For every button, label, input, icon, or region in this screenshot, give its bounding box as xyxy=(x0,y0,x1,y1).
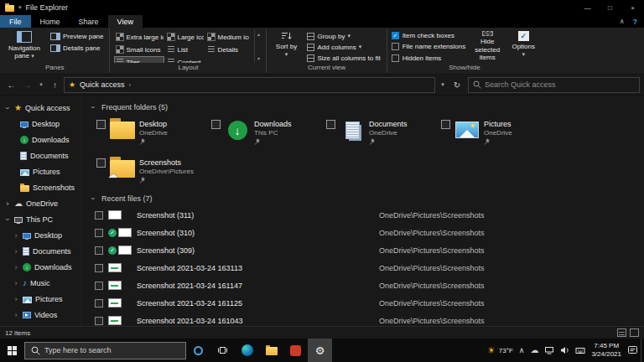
search-input[interactable] xyxy=(485,80,635,89)
tile-screenshots[interactable]: ☁ Screenshots OneDrive\Pictures xyxy=(95,153,210,192)
show-desktop-button[interactable] xyxy=(641,339,644,362)
tile-desktop[interactable]: Desktop OneDrive xyxy=(95,115,210,153)
help-icon[interactable]: ? xyxy=(633,18,638,26)
navigation-pane-button[interactable]: Navigation pane ▾ xyxy=(4,29,44,63)
collapse-section-icon[interactable]: › xyxy=(89,104,97,111)
tab-home[interactable]: Home xyxy=(31,15,70,28)
action-center-icon[interactable] xyxy=(627,345,638,355)
hidden-items-toggle[interactable]: Hidden items xyxy=(392,54,466,63)
refresh-icon[interactable]: ↻ xyxy=(450,80,464,90)
recent-file-row[interactable]: Screenshot 2021-03-24 161125 OneDrive\Pi… xyxy=(90,294,644,312)
breadcrumb-chevron-icon[interactable]: › xyxy=(129,81,132,89)
recent-file-row[interactable]: Screenshot (311) OneDrive\Pictures\Scree… xyxy=(90,206,644,224)
sidebar-item-screenshots[interactable]: Screenshots xyxy=(0,179,80,195)
item-checkbox[interactable] xyxy=(95,299,103,308)
layout-content[interactable]: Content xyxy=(165,56,205,63)
item-check-boxes-toggle[interactable]: ✓ Item check boxes xyxy=(392,31,466,40)
touch-keyboard-icon[interactable] xyxy=(575,347,585,354)
edge-button[interactable] xyxy=(235,339,259,362)
sidebar-item-documents[interactable]: Documents xyxy=(0,147,80,163)
details-view-toggle-icon[interactable] xyxy=(617,328,626,337)
tab-share[interactable]: Share xyxy=(70,15,108,28)
expander-icon[interactable]: › xyxy=(13,263,19,272)
options-button[interactable]: Options ▾ xyxy=(509,29,538,63)
recent-locations-icon[interactable]: ▾ xyxy=(36,81,46,88)
add-columns-button[interactable]: Add columns▾ xyxy=(305,42,382,52)
start-button[interactable] xyxy=(0,339,24,362)
recent-file-row[interactable]: Screenshot 2021-03-24 163113 OneDrive\Pi… xyxy=(90,259,644,277)
expander-icon[interactable]: › xyxy=(3,105,12,111)
show-hidden-icons-button[interactable]: ∧ xyxy=(519,346,525,354)
close-button[interactable]: × xyxy=(621,0,644,15)
hide-selected-items-button[interactable]: Hide selected items xyxy=(470,29,505,63)
sidebar-item-pc-videos[interactable]: › Videos xyxy=(0,307,80,323)
recent-file-row[interactable]: ✓ Screenshot (309) OneDrive\Pictures\Scr… xyxy=(90,241,644,259)
sidebar-item-this-pc[interactable]: › This PC xyxy=(0,211,80,227)
layout-medium-icons[interactable]: Medium icons xyxy=(205,31,250,43)
network-icon[interactable] xyxy=(544,346,554,354)
layout-gallery-scrollbar[interactable]: ▴ ▾ xyxy=(254,29,262,63)
checkbox-checked-icon[interactable]: ✓ xyxy=(392,32,399,39)
checkbox-unchecked-icon[interactable] xyxy=(392,43,399,50)
layout-list[interactable]: List xyxy=(165,44,205,55)
expander-icon[interactable]: › xyxy=(13,247,19,256)
item-checkbox[interactable] xyxy=(326,120,335,129)
size-all-columns-button[interactable]: Size all columns to fit xyxy=(305,53,382,63)
layout-large-icons[interactable]: Large icons xyxy=(165,31,205,43)
preview-pane-button[interactable]: Preview pane xyxy=(49,31,105,42)
collapse-ribbon-icon[interactable]: ∧ xyxy=(620,18,625,25)
sidebar-item-quick-access[interactable]: › ★ Quick access xyxy=(0,100,80,116)
sidebar-item-pc-pictures[interactable]: › Pictures xyxy=(0,291,80,307)
sidebar-item-desktop[interactable]: Desktop xyxy=(0,116,80,132)
address-dropdown-icon[interactable]: ▾ xyxy=(437,81,449,88)
sidebar-item-downloads[interactable]: ↓ Downloads xyxy=(0,132,80,147)
expander-icon[interactable]: › xyxy=(13,295,19,303)
layout-extra-large-icons[interactable]: Extra large icons xyxy=(114,31,164,43)
tab-view[interactable]: View xyxy=(108,15,143,28)
sidebar-item-onedrive[interactable]: › ☁ OneDrive xyxy=(0,195,80,211)
cortana-button[interactable] xyxy=(186,339,210,362)
item-checkbox[interactable] xyxy=(95,282,103,290)
back-button[interactable]: ← xyxy=(4,80,18,90)
item-checkbox[interactable] xyxy=(441,120,450,129)
up-button[interactable]: ↑ xyxy=(48,80,62,90)
large-icons-view-toggle-icon[interactable] xyxy=(630,328,639,337)
tab-file[interactable]: File xyxy=(0,15,31,28)
recent-file-row[interactable]: Screenshot 2021-03-24 161147 OneDrive\Pi… xyxy=(90,277,644,294)
item-checkbox[interactable] xyxy=(95,264,103,272)
forward-button[interactable]: → xyxy=(20,80,34,90)
maximize-button[interactable]: □ xyxy=(599,0,621,15)
tile-documents[interactable]: Documents OneDrive xyxy=(325,115,439,153)
expander-icon[interactable]: › xyxy=(13,311,19,319)
expander-icon[interactable]: › xyxy=(3,216,12,223)
minimize-button[interactable]: — xyxy=(576,0,599,15)
address-box[interactable]: ★ Quick access › xyxy=(64,77,435,93)
item-checkbox[interactable] xyxy=(96,120,106,129)
weather-widget[interactable]: ☀ 73°F xyxy=(487,345,513,356)
recent-file-row[interactable]: Screenshot 2021-03-24 161043 OneDrive\Pi… xyxy=(90,312,644,326)
frequent-folders-header[interactable]: › Frequent folders (5) xyxy=(90,103,644,111)
sidebar-item-pc-downloads[interactable]: › ↓ Downloads xyxy=(0,259,80,275)
item-checkbox[interactable] xyxy=(95,317,103,325)
layout-tiles-selected[interactable]: Tiles xyxy=(114,56,164,63)
file-name-extensions-toggle[interactable]: File name extensions xyxy=(392,42,466,51)
sidebar-item-pictures[interactable]: Pictures xyxy=(0,163,80,179)
item-checkbox[interactable] xyxy=(96,158,106,168)
details-pane-button[interactable]: Details pane xyxy=(49,43,105,54)
item-checkbox[interactable] xyxy=(211,120,221,129)
settings-button[interactable]: ⚙ xyxy=(308,339,332,362)
item-checkbox[interactable] xyxy=(95,211,103,220)
sidebar-item-pc-desktop[interactable]: › Desktop xyxy=(0,227,80,243)
checkbox-unchecked-icon[interactable] xyxy=(392,54,399,62)
sort-by-button[interactable]: Sort by ▾ xyxy=(271,29,301,63)
layout-small-icons[interactable]: Small icons xyxy=(114,44,164,55)
task-view-button[interactable] xyxy=(210,339,235,362)
sidebar-item-pc-documents[interactable]: › Documents xyxy=(0,243,80,259)
tile-downloads[interactable]: ↓ Downloads This PC xyxy=(210,115,325,153)
file-explorer-button[interactable] xyxy=(259,339,283,362)
item-checkbox[interactable] xyxy=(95,246,103,255)
explorer-search-box[interactable] xyxy=(468,77,640,93)
scroll-up-icon[interactable]: ▴ xyxy=(257,31,260,37)
collapse-section-icon[interactable]: › xyxy=(89,195,97,202)
volume-icon[interactable] xyxy=(560,346,569,354)
